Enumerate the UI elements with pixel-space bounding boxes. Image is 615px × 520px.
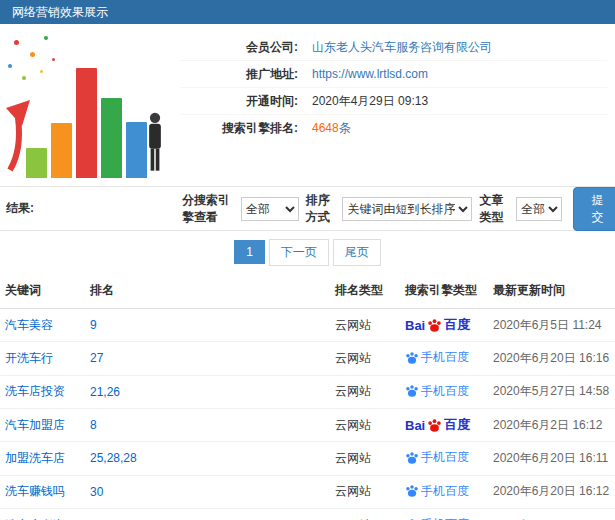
- pagination: 1 下一页 尾页: [0, 231, 615, 273]
- confetti-dot: [14, 40, 19, 45]
- rank-type: 云网站: [330, 475, 400, 509]
- update-time: 2020年6月5日 11:24: [488, 309, 615, 342]
- confetti-dot: [52, 58, 55, 61]
- confetti-dot: [30, 52, 35, 57]
- rank-type: 云网站: [330, 375, 400, 409]
- engine-rank-row: 搜索引擎排名: 4648条: [180, 115, 607, 142]
- baidu-logo-cn: 百度: [444, 316, 470, 334]
- bars-group: [26, 68, 147, 178]
- rank-type: 云网站: [330, 509, 400, 520]
- update-time: 2020年6月20日 16:11: [488, 442, 615, 476]
- open-time-row: 开通时间: 2020年4月29日 09:13: [180, 88, 607, 115]
- rank-type: 云网站: [330, 309, 400, 342]
- next-page-button[interactable]: 下一页: [269, 239, 329, 266]
- last-page-button[interactable]: 尾页: [333, 239, 381, 266]
- mobile-baidu-paw-icon: [405, 484, 419, 498]
- header-update-time: 最新更新时间: [488, 273, 615, 309]
- result-section-label: 结果:: [6, 200, 182, 217]
- update-time: 2020年5月27日 14:58: [488, 375, 615, 409]
- page-title: 网络营销效果展示: [12, 4, 108, 21]
- baidu-logo: Bai 百度: [405, 316, 470, 334]
- keyword-link[interactable]: 加盟洗车店: [5, 451, 65, 465]
- company-row: 会员公司: 山东老人头汽车服务咨询有限公司: [180, 34, 607, 61]
- table-body: 汽车美容 9 云网站 Bai 百度 手机百度 2020年6月5日 11:24 开…: [0, 309, 615, 520]
- table-row: 加盟洗车店 25,28,28 云网站 Bai 百度 手机百度 2020年6月20…: [0, 442, 615, 476]
- rank-type: 云网站: [330, 342, 400, 376]
- table-row: 洗车赚钱吗 30 云网站 Bai 百度 手机百度 2020年6月20日 16:1…: [0, 475, 615, 509]
- update-time: 2020年6月18日 14:27: [488, 509, 615, 520]
- mobile-baidu-label: 手机百度: [421, 483, 469, 500]
- keyword-link[interactable]: 洗车店投资: [5, 384, 65, 398]
- mobile-baidu-logo: 手机百度: [405, 516, 469, 520]
- bar-red-tall: [76, 68, 97, 178]
- open-time-value: 2020年4月29日 09:13: [312, 93, 428, 110]
- baidu-logo: Bai 百度: [405, 416, 470, 434]
- mobile-baidu-logo: 手机百度: [405, 483, 469, 500]
- engine-filter-label: 分搜索引擎查看: [182, 192, 234, 226]
- engine-rank-count: 4648: [312, 121, 339, 135]
- growth-arrow-icon: [2, 92, 44, 172]
- table-row: 洗车店利润 30 云网站 Bai 百度 手机百度 2020年6月18日 14:2…: [0, 509, 615, 520]
- table-row: 开洗车行 27 云网站 Bai 百度 手机百度 2020年6月20日 16:16: [0, 342, 615, 376]
- update-time: 2020年6月2日 16:12: [488, 409, 615, 442]
- keyword-link[interactable]: 洗车赚钱吗: [5, 484, 65, 498]
- company-label: 会员公司:: [180, 39, 298, 56]
- engine-rank-unit: 条: [339, 121, 351, 135]
- bar-green: [101, 98, 122, 178]
- company-link[interactable]: 山东老人头汽车服务咨询有限公司: [312, 39, 492, 56]
- bar-orange: [51, 123, 72, 178]
- keyword-link[interactable]: 汽车美容: [5, 318, 53, 332]
- header-keyword: 关键词: [0, 273, 85, 309]
- baidu-logo-cn: 百度: [444, 416, 470, 434]
- member-info-section: 会员公司: 山东老人头汽车服务咨询有限公司 推广地址: https://www.…: [0, 24, 615, 187]
- submit-button[interactable]: 提交: [573, 187, 615, 231]
- promo-url-label: 推广地址:: [180, 66, 298, 83]
- sort-filter-label: 排序方式: [306, 192, 336, 226]
- rank-type: 云网站: [330, 409, 400, 442]
- open-time-label: 开通时间:: [180, 93, 298, 110]
- person-figure: [144, 112, 166, 178]
- article-type-select[interactable]: 全部: [516, 197, 562, 221]
- confetti-dot: [44, 36, 48, 40]
- mobile-baidu-label: 手机百度: [421, 349, 469, 366]
- keyword-link[interactable]: 开洗车行: [5, 351, 53, 365]
- sort-filter-select[interactable]: 关键词由短到长排序: [342, 197, 472, 221]
- header-rank-type: 排名类型: [330, 273, 400, 309]
- rank-value: 8: [90, 418, 97, 432]
- page-title-bar: 网络营销效果展示: [0, 0, 615, 24]
- promo-url-row: 推广地址: https://www.lrtlsd.com: [180, 61, 607, 88]
- update-time: 2020年6月20日 16:16: [488, 342, 615, 376]
- baidu-logo-text: Bai: [405, 418, 425, 433]
- table-row: 汽车加盟店 8 云网站 Bai 百度 手机百度 2020年6月2日 16:12: [0, 409, 615, 442]
- page-1-button[interactable]: 1: [234, 240, 265, 264]
- mobile-baidu-label: 手机百度: [421, 383, 469, 400]
- baidu-paw-icon: [427, 318, 442, 333]
- member-info-rows: 会员公司: 山东老人头汽车服务咨询有限公司 推广地址: https://www.…: [180, 24, 615, 186]
- ranking-table: 关键词 排名 排名类型 搜索引擎类型 最新更新时间 汽车美容 9 云网站 Bai…: [0, 273, 615, 520]
- update-time: 2020年6月20日 16:12: [488, 475, 615, 509]
- rank-value: 9: [90, 318, 97, 332]
- mobile-baidu-logo: 手机百度: [405, 349, 469, 366]
- rank-value: 21,26: [90, 385, 120, 399]
- promo-url-link[interactable]: https://www.lrtlsd.com: [312, 67, 428, 81]
- bar-chart-illustration: [0, 24, 180, 186]
- table-row: 洗车店投资 21,26 云网站 Bai 百度 手机百度 2020年5月27日 1…: [0, 375, 615, 409]
- engine-filter-select[interactable]: 全部: [241, 197, 299, 221]
- mobile-baidu-label: 手机百度: [421, 516, 469, 520]
- confetti-dot: [8, 64, 12, 68]
- baidu-paw-icon: [427, 418, 442, 433]
- rank-value: 25,28,28: [90, 451, 137, 465]
- engine-rank-label: 搜索引擎排名:: [180, 120, 298, 137]
- keyword-link[interactable]: 汽车加盟店: [5, 418, 65, 432]
- mobile-baidu-label: 手机百度: [421, 449, 469, 466]
- article-type-label: 文章类型: [479, 192, 509, 226]
- table-row: 汽车美容 9 云网站 Bai 百度 手机百度 2020年6月5日 11:24: [0, 309, 615, 342]
- result-filter-section: 结果: 分搜索引擎查看 全部 排序方式 关键词由短到长排序 文章类型 全部 提交: [0, 187, 615, 231]
- mobile-baidu-logo: 手机百度: [405, 383, 469, 400]
- rank-value: 27: [90, 351, 103, 365]
- mobile-baidu-logo: 手机百度: [405, 449, 469, 466]
- filter-controls: 分搜索引擎查看 全部 排序方式 关键词由短到长排序 文章类型 全部 提交: [182, 187, 615, 231]
- header-rank: 排名: [85, 273, 330, 309]
- mobile-baidu-paw-icon: [405, 451, 419, 465]
- mobile-baidu-paw-icon: [405, 351, 419, 365]
